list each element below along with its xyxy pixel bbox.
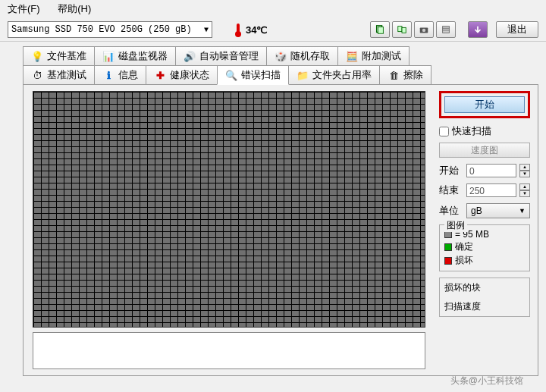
quick-scan-checkbox[interactable] bbox=[439, 127, 449, 136]
monitor-icon: 📊 bbox=[102, 50, 115, 62]
unit-select-value: gB bbox=[471, 205, 482, 216]
tab-disk-monitor[interactable]: 📊磁盘监视器 bbox=[94, 46, 176, 65]
start-field-label: 开始 bbox=[439, 164, 463, 177]
svg-point-5 bbox=[422, 29, 425, 32]
calc-icon: 🧮 bbox=[346, 50, 358, 62]
tab-erase[interactable]: 🗑擦除 bbox=[379, 65, 431, 84]
screenshot-button[interactable] bbox=[414, 21, 434, 38]
info-icon: ℹ bbox=[102, 69, 115, 81]
tab-extra-tests[interactable]: 🧮附加测试 bbox=[337, 46, 410, 65]
tab-folder-usage[interactable]: 📁文件夹占用率 bbox=[288, 65, 380, 84]
tab-random-access[interactable]: 🎲随机存取 bbox=[266, 46, 338, 65]
start-spin-up[interactable]: ▲ bbox=[519, 164, 530, 171]
start-highlight: 开始 bbox=[439, 91, 530, 118]
svg-rect-2 bbox=[398, 27, 402, 32]
gauge-icon: ⏱ bbox=[31, 69, 43, 81]
scan-block-grid bbox=[33, 91, 425, 328]
exit-button[interactable]: 退出 bbox=[496, 21, 538, 38]
copy-info-button[interactable] bbox=[370, 21, 390, 38]
start-spin-down[interactable]: ▼ bbox=[519, 171, 530, 177]
chevron-down-icon: ▼ bbox=[204, 26, 209, 34]
health-icon: ✚ bbox=[154, 69, 166, 81]
settings-button[interactable] bbox=[436, 21, 456, 38]
end-spin-down[interactable]: ▼ bbox=[519, 190, 530, 197]
minimize-button[interactable] bbox=[468, 21, 488, 38]
tab-row-2: ⏱基准测试 ℹ信息 ✚健康状态 🔍错误扫描 📁文件夹占用率 🗑擦除 bbox=[23, 65, 538, 84]
temperature-display: 34℃ bbox=[232, 22, 268, 37]
unit-field-label: 单位 bbox=[439, 204, 463, 218]
speaker-icon: 🔊 bbox=[184, 50, 196, 62]
drive-select[interactable]: Samsung SSD 750 EVO 250G (250 gB) ▼ bbox=[8, 21, 212, 38]
end-field-value[interactable]: 250 bbox=[466, 183, 516, 197]
end-field-label: 结束 bbox=[439, 183, 463, 197]
tab-info[interactable]: ℹ信息 bbox=[94, 65, 146, 84]
temperature-value: 34℃ bbox=[246, 24, 268, 36]
trash-icon: 🗑 bbox=[388, 69, 400, 81]
drive-select-value: Samsung SSD 750 EVO 250G (250 gB) bbox=[11, 24, 192, 35]
svg-rect-6 bbox=[443, 27, 450, 33]
quick-scan-row[interactable]: 快速扫描 bbox=[439, 123, 530, 140]
bulb-icon: 💡 bbox=[31, 50, 43, 62]
menu-help[interactable]: 帮助(H) bbox=[58, 3, 91, 14]
stats-box: 损坏的块 扫描速度 bbox=[439, 278, 530, 317]
copy-data-button[interactable] bbox=[392, 21, 412, 38]
unit-select[interactable]: gB ▼ bbox=[466, 203, 530, 218]
svg-rect-1 bbox=[378, 27, 383, 34]
start-field-value[interactable]: 0 bbox=[466, 164, 516, 177]
svg-rect-3 bbox=[402, 27, 406, 33]
tab-error-scan[interactable]: 🔍错误扫描 bbox=[217, 65, 289, 85]
tab-row-1: 💡文件基准 📊磁盘监视器 🔊自动噪音管理 🎲随机存取 🧮附加测试 bbox=[23, 46, 538, 65]
legend-title: 图例 bbox=[444, 219, 467, 232]
dice-icon: 🎲 bbox=[275, 50, 287, 62]
quick-scan-label: 快速扫描 bbox=[452, 124, 491, 138]
tab-file-benchmark[interactable]: 💡文件基准 bbox=[23, 46, 95, 65]
chevron-down-icon: ▼ bbox=[519, 207, 526, 215]
graph-area bbox=[33, 332, 425, 369]
tab-health[interactable]: ✚健康状态 bbox=[146, 65, 218, 84]
end-spin-up[interactable]: ▲ bbox=[519, 183, 530, 190]
watermark: 头条@小王科技馆 bbox=[450, 375, 523, 387]
folder-icon: 📁 bbox=[297, 69, 309, 81]
legend-bad-icon bbox=[444, 257, 452, 265]
menu-file[interactable]: 文件(F) bbox=[8, 3, 40, 14]
search-icon: 🔍 bbox=[225, 69, 237, 81]
thermometer-icon bbox=[232, 22, 243, 37]
scan-speed-label: 扫描速度 bbox=[444, 300, 525, 313]
start-button[interactable]: 开始 bbox=[444, 96, 525, 113]
tab-benchmark[interactable]: ⏱基准测试 bbox=[23, 65, 95, 84]
tab-aam[interactable]: 🔊自动噪音管理 bbox=[175, 46, 267, 65]
legend-ok-icon bbox=[444, 243, 452, 251]
legend-box: 图例 = 95 MB 确定 损坏 bbox=[439, 224, 530, 271]
speed-map-button[interactable]: 速度图 bbox=[439, 143, 530, 158]
damaged-blocks-label: 损坏的块 bbox=[444, 281, 525, 294]
